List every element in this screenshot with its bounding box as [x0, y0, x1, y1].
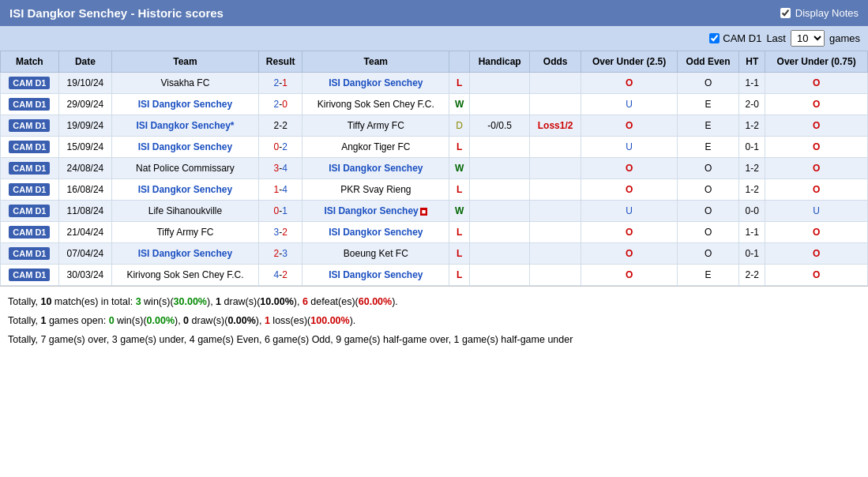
- cell-handicap: [470, 222, 530, 243]
- score-right: 4: [282, 163, 287, 174]
- score-left: 2: [273, 120, 279, 131]
- cell-over-under2: O: [765, 158, 868, 179]
- cell-team1[interactable]: Visakha FC: [112, 73, 259, 94]
- score-left: 0: [273, 205, 279, 216]
- cell-league: CAM D1: [1, 179, 59, 201]
- cell-team2[interactable]: Boeung Ket FC: [302, 243, 449, 265]
- display-notes-checkbox[interactable]: [780, 8, 791, 18]
- cell-over-under2: O: [765, 243, 868, 265]
- cell-score[interactable]: 4-2: [258, 265, 302, 286]
- cell-team1[interactable]: ISI Dangkor Senchey: [112, 94, 259, 115]
- cell-team2[interactable]: PKR Svay Rieng: [302, 179, 449, 201]
- cell-team2[interactable]: Angkor Tiger FC: [302, 137, 449, 158]
- cam-d1-filter[interactable]: CAM D1: [709, 32, 761, 44]
- cell-team1[interactable]: Tiffy Army FC: [112, 222, 259, 243]
- cell-handicap: [470, 94, 530, 115]
- cell-team1[interactable]: Kirivong Sok Sen Chey F.C.: [112, 265, 259, 286]
- cell-team1[interactable]: ISI Dangkor Senchey: [112, 179, 259, 201]
- filter-bar: CAM D1 Last 5 10 15 20 30 games: [0, 26, 868, 51]
- table-row: CAM D1 24/08/24 Nat Police Commissary 3-…: [1, 158, 868, 179]
- cell-date: 07/04/24: [58, 243, 111, 265]
- table-row: CAM D1 19/10/24 Visakha FC 2-1 ISI Dangk…: [1, 73, 868, 94]
- cell-ht: 1-1: [739, 73, 765, 94]
- col-ht: HT: [739, 51, 765, 73]
- cell-ht: 1-2: [739, 179, 765, 201]
- cam-d1-checkbox[interactable]: [709, 33, 720, 43]
- last-label: Last: [766, 32, 786, 44]
- cell-team1[interactable]: ISI Dangkor Senchey: [112, 243, 259, 265]
- cell-odd-even: O: [677, 243, 738, 265]
- cell-team2[interactable]: Tiffy Army FC: [302, 115, 449, 137]
- cell-handicap: [470, 265, 530, 286]
- cell-team2[interactable]: ISI Dangkor Senchey: [302, 222, 449, 243]
- cell-league: CAM D1: [1, 265, 59, 286]
- score-left: 1: [273, 184, 279, 195]
- cell-score[interactable]: 2-0: [258, 94, 302, 115]
- col-match: Match: [1, 51, 59, 73]
- cell-odd-even: E: [677, 115, 738, 137]
- col-over-under2: Over Under (0.75): [765, 51, 868, 73]
- header: ISI Dangkor Senchey - Historic scores Di…: [0, 0, 868, 26]
- cell-score[interactable]: 1-4: [258, 179, 302, 201]
- cell-ht: 1-1: [739, 222, 765, 243]
- score-right: 1: [282, 205, 287, 216]
- cell-result: L: [449, 265, 470, 286]
- cell-score[interactable]: 0-2: [258, 137, 302, 158]
- games-select[interactable]: 5 10 15 20 30: [791, 30, 825, 47]
- cell-team1[interactable]: ISI Dangkor Senchey: [112, 137, 259, 158]
- cell-over-under: O: [581, 115, 678, 137]
- cell-odds: [530, 265, 581, 286]
- cell-date: 19/09/24: [58, 115, 111, 137]
- cell-over-under2: O: [765, 179, 868, 201]
- cell-over-under2: O: [765, 222, 868, 243]
- cell-odds: [530, 158, 581, 179]
- score-right: 0: [282, 99, 287, 110]
- cell-odd-even: O: [677, 73, 738, 94]
- cell-score[interactable]: 3-4: [258, 158, 302, 179]
- cell-team2[interactable]: ISI Dangkor Senchey■: [302, 201, 449, 222]
- table-row: CAM D1 30/03/24 Kirivong Sok Sen Chey F.…: [1, 265, 868, 286]
- cell-over-under: O: [581, 158, 678, 179]
- score-left: 2: [273, 248, 279, 259]
- cam-d1-label: CAM D1: [723, 32, 761, 44]
- cell-handicap: [470, 201, 530, 222]
- display-notes-control[interactable]: Display Notes: [780, 7, 859, 19]
- cell-score[interactable]: 0-1: [258, 201, 302, 222]
- cell-odd-even: O: [677, 222, 738, 243]
- cell-odds: [530, 73, 581, 94]
- footer-line2: Totally, 1 games open: 0 win(s)(0.00%), …: [8, 312, 860, 331]
- cell-score[interactable]: 2-3: [258, 243, 302, 265]
- cell-date: 19/10/24: [58, 73, 111, 94]
- cell-team1[interactable]: Nat Police Commissary: [112, 158, 259, 179]
- cell-league: CAM D1: [1, 222, 59, 243]
- cell-odds: Loss1/2: [530, 115, 581, 137]
- cell-ht: 2-0: [739, 94, 765, 115]
- table-row: CAM D1 07/04/24 ISI Dangkor Senchey 2-3 …: [1, 243, 868, 265]
- col-odds: Odds: [530, 51, 581, 73]
- cell-team1[interactable]: ISI Dangkor Senchey*: [112, 115, 259, 137]
- red-card-icon: ■: [420, 208, 427, 216]
- table-row: CAM D1 21/04/24 Tiffy Army FC 3-2 ISI Da…: [1, 222, 868, 243]
- cell-team2[interactable]: Kirivong Sok Sen Chey F.C.: [302, 94, 449, 115]
- cell-team2[interactable]: ISI Dangkor Senchey: [302, 265, 449, 286]
- cell-league: CAM D1: [1, 115, 59, 137]
- cell-date: 21/04/24: [58, 222, 111, 243]
- cell-result: W: [449, 158, 470, 179]
- cell-over-under: O: [581, 179, 678, 201]
- cell-odds: [530, 201, 581, 222]
- score-right: 2: [282, 120, 287, 131]
- cell-team1[interactable]: Life Sihanoukville: [112, 201, 259, 222]
- col-result: Result: [258, 51, 302, 73]
- footer-line3: Totally, 7 game(s) over, 3 game(s) under…: [8, 331, 860, 350]
- cell-score[interactable]: 2-2: [258, 115, 302, 137]
- col-over-under: Over Under (2.5): [581, 51, 678, 73]
- cell-ht: 0-1: [739, 137, 765, 158]
- score-left: 4: [273, 269, 279, 280]
- cell-team2[interactable]: ISI Dangkor Senchey: [302, 73, 449, 94]
- cell-result: D: [449, 115, 470, 137]
- cell-team2[interactable]: ISI Dangkor Senchey: [302, 158, 449, 179]
- cell-score[interactable]: 3-2: [258, 222, 302, 243]
- cell-score[interactable]: 2-1: [258, 73, 302, 94]
- cell-ht: 1-2: [739, 158, 765, 179]
- cell-league: CAM D1: [1, 94, 59, 115]
